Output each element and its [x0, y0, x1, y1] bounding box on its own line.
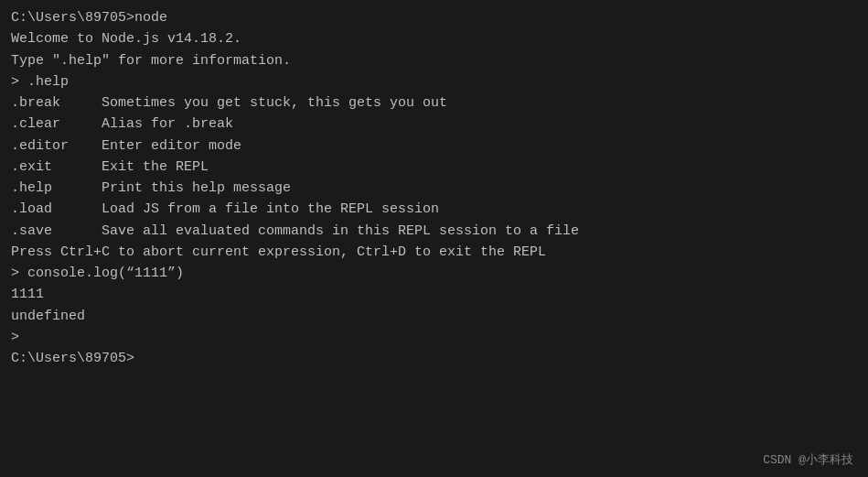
terminal-line: .save Save all evaluated commands in thi… — [11, 221, 857, 242]
terminal-content: C:\Users\89705>nodeWelcome to Node.js v1… — [11, 7, 857, 369]
terminal-line: > .help — [11, 71, 857, 92]
terminal-line: Type ".help" for more information. — [11, 50, 857, 71]
terminal-line: Press Ctrl+C to abort current expression… — [11, 242, 857, 263]
terminal-line: .editor Enter editor mode — [11, 136, 857, 157]
watermark: CSDN @小李科技 — [763, 451, 853, 470]
terminal-line: .break Sometimes you get stuck, this get… — [11, 92, 857, 114]
terminal-line: .load Load JS from a file into the REPL … — [11, 199, 857, 220]
terminal-line: > — [11, 327, 857, 348]
terminal-line: 1111 — [11, 284, 857, 305]
terminal-line: .help Print this help message — [11, 178, 857, 199]
terminal-window[interactable]: C:\Users\89705>nodeWelcome to Node.js v1… — [0, 0, 868, 477]
terminal-line: .exit Exit the REPL — [11, 157, 857, 178]
terminal-line: undefined — [11, 306, 857, 327]
terminal-line: .clear Alias for .break — [11, 114, 857, 135]
terminal-line: > console.log(“1111”) — [11, 263, 857, 284]
terminal-line: C:\Users\89705>node — [11, 7, 857, 28]
terminal-line: Welcome to Node.js v14.18.2. — [11, 28, 857, 49]
terminal-line: C:\Users\89705> — [11, 348, 857, 369]
